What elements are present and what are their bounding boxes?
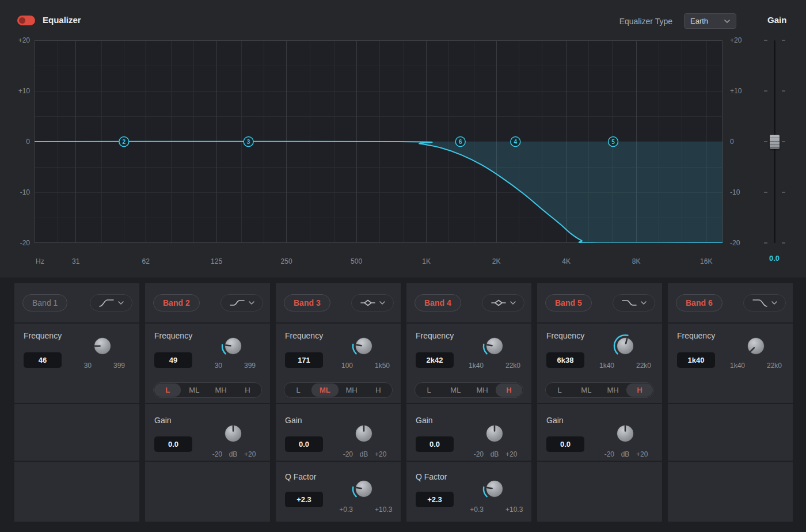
frequency-max-label: 399 [113, 362, 140, 370]
range-button-mh[interactable]: MH [600, 383, 626, 397]
high-shelf-filter-icon [622, 299, 637, 307]
band-5-button[interactable]: Band 5 [545, 294, 592, 311]
frequency-knob[interactable] [89, 333, 116, 359]
gain-unit-label: dB [220, 450, 246, 458]
range-button-mh[interactable]: MH [469, 383, 496, 397]
gain-knob[interactable] [351, 420, 377, 447]
frequency-value[interactable]: 2k42 [416, 352, 454, 368]
gain-value[interactable]: 0.0 [416, 436, 454, 452]
band-marker-2[interactable]: 2 [119, 137, 129, 147]
gain-value[interactable]: 0.0 [285, 436, 323, 452]
empty-gain-row [668, 404, 793, 461]
frequency-min-label: 1k40 [721, 362, 745, 370]
range-button-h[interactable]: H [626, 383, 653, 397]
band-1-button[interactable]: Band 1 [22, 294, 67, 311]
range-button-ml[interactable]: ML [311, 383, 338, 397]
range-button-ml[interactable]: ML [573, 383, 599, 397]
band-marker-5[interactable]: 5 [608, 137, 618, 147]
band-6-shape-dropdown[interactable] [743, 294, 786, 311]
frequency-value[interactable]: 1k40 [677, 352, 715, 368]
gain-max-label: +20 [375, 450, 401, 458]
frequency-max-label: 399 [244, 362, 271, 370]
range-button-h[interactable]: H [234, 383, 261, 397]
empty-q-row [14, 462, 139, 522]
fader-tick [782, 192, 785, 193]
range-button-mh[interactable]: MH [208, 383, 234, 397]
eq-graph-area[interactable]: 23645 [35, 40, 723, 243]
gain-knob[interactable] [220, 420, 246, 447]
frequency-axis-label: 16K [700, 257, 712, 265]
band-4-shape-dropdown[interactable] [482, 294, 524, 311]
band-3-shape-dropdown[interactable] [351, 294, 394, 311]
band-marker-3[interactable]: 3 [244, 137, 253, 147]
frequency-axis-label: 250 [281, 257, 292, 265]
gain-unit-label: dB [481, 450, 508, 458]
frequency-value[interactable]: 46 [24, 352, 62, 368]
band-4-button[interactable]: Band 4 [415, 294, 461, 311]
frequency-knob[interactable] [220, 333, 246, 359]
band-2-shape-dropdown[interactable] [220, 294, 263, 311]
frequency-min-label: 1k40 [590, 362, 614, 370]
frequency-max-label: 22k0 [767, 362, 793, 370]
chevron-down-icon [118, 301, 124, 305]
frequency-axis-label: 2K [492, 257, 501, 265]
svg-text:3: 3 [247, 139, 250, 145]
range-button-ml[interactable]: ML [442, 383, 469, 397]
gain-knob[interactable] [612, 420, 638, 447]
fader-tick [764, 90, 767, 92]
q-factor-value[interactable]: +2.3 [416, 492, 454, 507]
gain-max-label: +20 [244, 450, 271, 458]
db-axis-label: -10 [730, 188, 747, 196]
frequency-value[interactable]: 6k38 [546, 352, 584, 368]
gain-fader-value[interactable]: 0.0 [760, 254, 789, 263]
range-button-l[interactable]: L [416, 383, 442, 397]
band-marker-6[interactable]: 6 [455, 137, 465, 147]
db-axis-label: -20 [730, 239, 747, 247]
q-factor-value[interactable]: +2.3 [285, 492, 323, 507]
range-button-h[interactable]: H [496, 383, 522, 397]
q-max-label: +10.3 [505, 506, 532, 514]
range-button-ml[interactable]: ML [181, 383, 207, 397]
frequency-label: Frequency [416, 331, 454, 340]
band-2-button[interactable]: Band 2 [153, 294, 200, 311]
frequency-knob[interactable] [351, 333, 377, 359]
gain-value[interactable]: 0.0 [546, 436, 584, 452]
chevron-down-icon [510, 301, 516, 305]
band-panel-3: Band 3 Frequency 171 100 1k50 LMLMHH Gai… [276, 283, 401, 522]
frequency-axis-label: 1K [422, 257, 431, 265]
band-panel-5: Band 5 Frequency 6k38 1k40 22k0 LMLMHH G… [537, 283, 662, 522]
range-button-l[interactable]: L [546, 383, 573, 397]
bell-filter-icon [491, 299, 506, 307]
frequency-value[interactable]: 171 [285, 352, 323, 368]
gain-value[interactable]: 0.0 [154, 436, 192, 452]
q-min-label: +0.3 [459, 506, 484, 514]
frequency-knob[interactable] [743, 333, 769, 359]
equalizer-type-dropdown[interactable]: Earth [684, 13, 736, 29]
band-6-button[interactable]: Band 6 [676, 294, 723, 311]
gain-min-label: -20 [198, 450, 222, 458]
band-1-shape-dropdown[interactable] [90, 294, 132, 311]
range-button-mh[interactable]: MH [339, 383, 365, 397]
range-button-h[interactable]: H [365, 383, 391, 397]
frequency-axis-label: 125 [211, 257, 222, 265]
gain-fader-handle[interactable] [770, 135, 780, 149]
db-axis-label: -10 [13, 188, 30, 196]
equalizer-type-label: Equalizer Type [619, 17, 672, 26]
frequency-axis-label: 500 [351, 257, 362, 265]
band-5-shape-dropdown[interactable] [613, 294, 655, 311]
frequency-value[interactable]: 49 [154, 352, 192, 368]
band-panel-6: Band 6 Frequency 1k40 1k40 22k0 [668, 283, 793, 522]
gain-knob[interactable] [481, 420, 508, 447]
band-3-button[interactable]: Band 3 [284, 294, 330, 311]
q-factor-label: Q Factor [416, 472, 447, 481]
q-factor-knob[interactable] [481, 476, 508, 502]
band-marker-4[interactable]: 4 [511, 137, 520, 147]
frequency-knob[interactable] [481, 333, 508, 359]
q-factor-knob[interactable] [351, 476, 377, 502]
range-button-l[interactable]: L [154, 383, 181, 397]
high-cut-filter-icon [752, 299, 767, 307]
equalizer-enable-toggle[interactable] [17, 16, 35, 25]
range-button-l[interactable]: L [285, 383, 311, 397]
frequency-knob[interactable] [612, 333, 638, 359]
db-axis-label: 0 [13, 138, 30, 146]
